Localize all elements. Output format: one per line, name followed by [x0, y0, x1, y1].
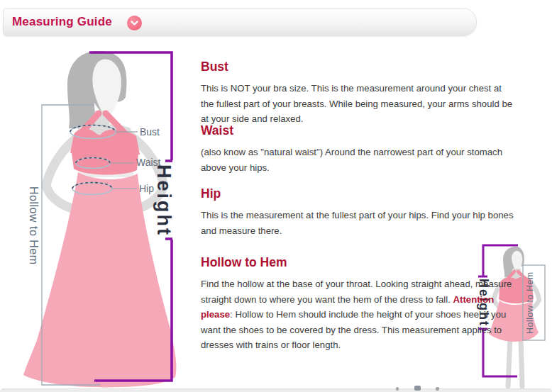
waist-description: (also know as "natural waist") Around th…: [201, 145, 516, 175]
hip-heading: Hip: [201, 186, 516, 201]
small-hollow-to-hem-label: Hollow to Hem: [525, 267, 543, 338]
section-hollow-to-hem: Hollow to Hem Find the hollow at the bas…: [201, 255, 516, 353]
cutoff-content-speck: [396, 387, 399, 391]
bust-label: Bust: [140, 126, 160, 138]
section-waist: Waist (also know as "natural waist") Aro…: [201, 123, 516, 175]
hollow-to-hem-label: Hollow to Hem: [24, 181, 40, 269]
measuring-guide-page: Measuring Guide: [0, 0, 552, 392]
hip-description: This is the measurement at the fullest p…: [201, 208, 516, 238]
hip-label: Hip: [139, 183, 154, 194]
height-label: Height: [153, 164, 175, 237]
hollow-to-hem-heading: Hollow to Hem: [201, 255, 516, 270]
section-bust: Bust This is NOT your bra size. This is …: [201, 60, 516, 127]
next-section-sliver: [0, 388, 552, 392]
dress-bodice: [70, 129, 140, 175]
cutoff-content-speck: [436, 387, 439, 391]
section-hip: Hip This is the measurement at the fulle…: [201, 186, 516, 238]
bust-description: This is NOT your bra size. This is the m…: [201, 81, 516, 127]
waist-heading: Waist: [201, 123, 516, 138]
bust-heading: Bust: [201, 60, 516, 74]
cutoff-content-speck: [414, 386, 421, 391]
hollow-rest-text: : Hollow to Hem should include the heigh…: [201, 309, 506, 350]
hollow-to-hem-description: Find the hollow at the base of your thro…: [201, 276, 516, 353]
